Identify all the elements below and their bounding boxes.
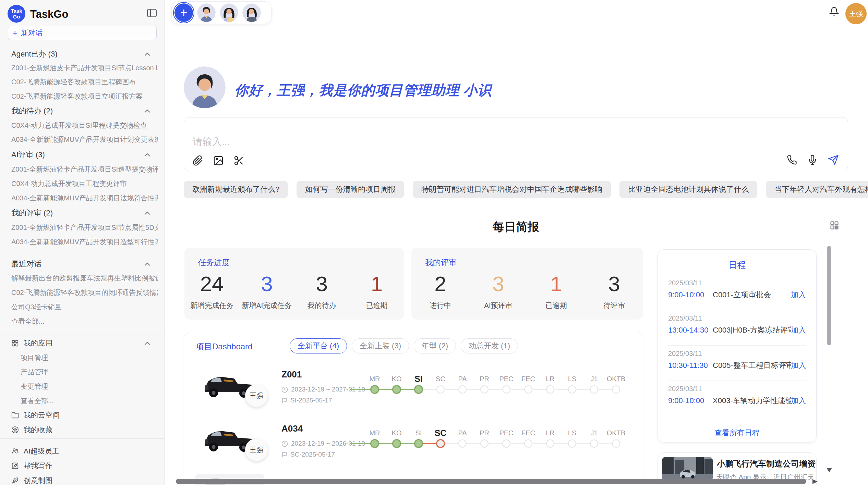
milestone-dot-done bbox=[414, 439, 423, 448]
stat-my-todo: 3 我的待办 bbox=[294, 273, 349, 310]
project-milestone-flag: SC-2025-05-17 bbox=[281, 451, 335, 458]
sidebar-item[interactable]: A034-全新新能源MUV产品开发项目法规符合性评审 bbox=[11, 192, 158, 203]
sidebar-item[interactable]: C02-飞腾新能源轻客改款项目里程碑画布 bbox=[11, 76, 158, 87]
chevron-up-icon[interactable] bbox=[144, 210, 151, 216]
project-row[interactable]: 王强 Z001 2023-12-19 ~ 2027-01-19 SI-2025-… bbox=[184, 363, 643, 417]
suggestion-chip[interactable]: 比亚迪全固态电池计划具体说了什么 bbox=[619, 181, 757, 198]
scroll-right-arrow-icon[interactable] bbox=[812, 479, 818, 484]
stat-in-progress: 2 进行中 bbox=[411, 273, 469, 310]
sidebar-item[interactable]: C0X4-动力总成开发项目工程变更评审 bbox=[11, 178, 158, 189]
suggestion-chip[interactable]: 如何写一份清晰的项目周报 bbox=[297, 181, 404, 198]
chevron-up-icon[interactable] bbox=[144, 340, 151, 346]
agent-avatar-3[interactable] bbox=[242, 3, 261, 22]
sidebar-item-creative-drawing[interactable]: 创意制图 bbox=[11, 475, 158, 485]
sidebar-item[interactable]: C0X4-动力总成开发项目SI里程碑提交物检查 bbox=[11, 120, 158, 131]
flag-icon bbox=[281, 451, 287, 458]
vertical-scrollbar[interactable] bbox=[827, 246, 831, 345]
sidebar-item[interactable]: C02-飞腾新能源轻客改款项目立项汇报方案 bbox=[11, 91, 158, 102]
image-icon[interactable] bbox=[213, 155, 224, 166]
schedule-card: 日程 2025/03/11 9:00-10:00 C001-立项审批会 加入 2… bbox=[658, 249, 817, 443]
project-code: A034 bbox=[281, 423, 303, 434]
stat-new-ai-done: 3 新增AI完成任务 bbox=[239, 273, 294, 310]
stat-pending-review: 3 待评审 bbox=[585, 273, 643, 310]
sidebar-item-help-me-write[interactable]: 帮我写作 bbox=[11, 460, 158, 471]
milestone-dot bbox=[502, 385, 510, 394]
agent-avatar-2[interactable] bbox=[220, 3, 238, 22]
sidebar-item[interactable]: Z001-全新燃油皮卡产品开发项目SI节点Lesson Learn报告 bbox=[11, 62, 158, 73]
sidebar-item[interactable]: A034-全新新能源MUV产品开发项目计划变更表编写 bbox=[11, 134, 158, 145]
apps-view-all[interactable]: 查看全部... bbox=[21, 395, 158, 406]
milestone-dot-current bbox=[414, 385, 423, 394]
app-item-project-mgmt[interactable]: 项目管理 bbox=[21, 352, 158, 363]
section-header-my-review[interactable]: 我的评审 (2) bbox=[11, 208, 158, 219]
scroll-down-arrow-icon[interactable] bbox=[827, 468, 832, 472]
milestone-dot-done bbox=[392, 439, 401, 448]
attach-icon[interactable] bbox=[192, 155, 203, 166]
section-header-my-todo[interactable]: 我的待办 (2) bbox=[11, 105, 158, 116]
sidebar-item[interactable]: A034-全新新能源MUV产品开发项目造型可行性评审 bbox=[11, 236, 158, 247]
join-link[interactable]: 加入 bbox=[791, 396, 806, 406]
sidebar-item[interactable]: Z001-全新燃油轻卡产品开发项目SI节点属性5D文件评审 bbox=[11, 222, 158, 233]
stat-overdue: 1 已逾期 bbox=[349, 273, 404, 310]
mic-icon[interactable] bbox=[807, 155, 818, 165]
milestone-dot bbox=[524, 385, 532, 394]
section-header-agent-done[interactable]: Agent已办 (3) bbox=[11, 49, 158, 60]
tab-year-model[interactable]: 年型 (2) bbox=[414, 338, 456, 353]
recent-view-all[interactable]: 查看全部... bbox=[11, 316, 158, 327]
project-row[interactable]: 王强 A034 2023-12-19 ~ 2026-01-19 SC-2025-… bbox=[184, 417, 643, 471]
suggestion-chip[interactable]: 当下年轻人对汽车外观有怎样的喜好趋势 bbox=[766, 181, 868, 198]
section-header-my-apps[interactable]: 我的应用 bbox=[11, 338, 158, 349]
sidebar-item-cloud-space[interactable]: 我的云空间 bbox=[11, 410, 158, 421]
news-image bbox=[662, 457, 713, 481]
tab-new-body[interactable]: 全新上装 (3) bbox=[352, 338, 409, 353]
chevron-up-icon[interactable] bbox=[144, 51, 151, 57]
chevron-up-icon[interactable] bbox=[144, 152, 151, 158]
recent-chat-item[interactable]: 解释最新出台的欧盟报废车法规再生塑料比例被调至15%... bbox=[11, 273, 158, 284]
layout-grid-icon[interactable] bbox=[830, 221, 839, 230]
tab-powertrain[interactable]: 动总开发 (1) bbox=[461, 338, 518, 353]
send-icon[interactable] bbox=[828, 154, 839, 165]
add-agent-button[interactable]: + bbox=[174, 3, 193, 22]
divider bbox=[0, 329, 164, 329]
recent-chat-item[interactable]: C02-飞腾新能源轻客改款项目的闭环通告反馈情况 bbox=[11, 287, 158, 298]
app-item-product-mgmt[interactable]: 产品管理 bbox=[21, 366, 158, 377]
phone-icon[interactable] bbox=[787, 155, 797, 165]
section-header-ai-review[interactable]: AI评审 (3) bbox=[11, 149, 158, 160]
flag-icon bbox=[281, 397, 287, 404]
chevron-up-icon[interactable] bbox=[144, 108, 151, 114]
new-chat-button[interactable]: + 新对话 bbox=[8, 26, 157, 40]
star-icon bbox=[11, 426, 19, 434]
sidebar-item-ai-super-staff[interactable]: AI超级员工 bbox=[11, 446, 158, 457]
sidebar-collapse-icon[interactable] bbox=[147, 8, 157, 18]
milestone-dot bbox=[502, 439, 510, 448]
join-link[interactable]: 加入 bbox=[791, 325, 806, 335]
stat-ai-prereview: 3 AI预评审 bbox=[469, 273, 527, 310]
grid-icon bbox=[11, 339, 19, 347]
agent-avatar-1[interactable] bbox=[197, 3, 216, 22]
sidebar-item-favorites[interactable]: 我的收藏 bbox=[11, 424, 158, 435]
recent-chat-item[interactable]: 公司Q3轻卡销量 bbox=[11, 301, 158, 312]
suggestion-chip[interactable]: 欧洲新规最近颁布了什么? bbox=[184, 181, 288, 198]
chevron-up-icon[interactable] bbox=[144, 261, 151, 267]
tab-new-platform[interactable]: 全新平台 (4) bbox=[290, 338, 347, 353]
sidebar-item[interactable]: Z001-全新燃油轻卡产品开发项目SI造型提交物评审 bbox=[11, 164, 158, 175]
scissors-icon[interactable] bbox=[233, 155, 244, 166]
horizontal-scrollbar[interactable] bbox=[176, 479, 806, 484]
stat-overdue: 1 已逾期 bbox=[527, 273, 585, 310]
join-link[interactable]: 加入 bbox=[791, 360, 806, 371]
milestone-dot-overdue bbox=[436, 439, 445, 448]
milestone-dot-done bbox=[370, 439, 379, 448]
milestone-dot bbox=[436, 385, 445, 394]
milestone-dot bbox=[568, 439, 576, 448]
notification-bell-icon[interactable] bbox=[829, 6, 839, 16]
milestone-dot bbox=[480, 439, 489, 448]
project-owner-badge: 王强 bbox=[245, 384, 268, 407]
chat-input[interactable]: 请输入... bbox=[184, 117, 848, 171]
suggestion-chip[interactable]: 特朗普可能对进口汽车增税会对中国车企造成哪些影响 bbox=[413, 181, 611, 198]
view-all-schedule-link[interactable]: 查看所有日程 bbox=[658, 428, 816, 438]
section-header-recent[interactable]: 最近对话 bbox=[11, 259, 158, 270]
user-avatar[interactable]: 王强 bbox=[845, 3, 867, 24]
app-item-change-mgmt[interactable]: 变更管理 bbox=[21, 381, 158, 392]
new-chat-label: 新对话 bbox=[21, 28, 43, 38]
join-link[interactable]: 加入 bbox=[791, 290, 806, 300]
